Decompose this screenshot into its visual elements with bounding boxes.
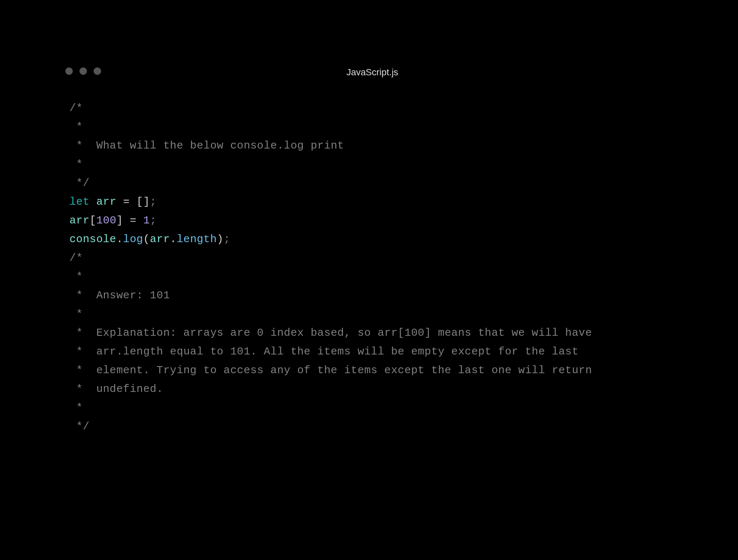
operator-equals: = (123, 196, 130, 208)
code-line: * (69, 305, 688, 324)
code-line: let arr = []; (69, 193, 688, 211)
keyword-let: let (69, 196, 89, 208)
dot: . (170, 233, 177, 245)
bracket-close: ] (143, 196, 150, 208)
bracket-open: [ (89, 214, 96, 227)
paren-open: ( (143, 233, 150, 245)
semicolon: ; (223, 233, 230, 245)
code-line: * What will the below console.log print (69, 136, 688, 155)
space (116, 196, 123, 208)
identifier-arr: arr (69, 214, 89, 227)
code-line: /* (69, 249, 688, 268)
semicolon: ; (150, 196, 156, 208)
identifier-arr: arr (96, 196, 116, 208)
code-line: * (69, 399, 688, 417)
code-line: * (69, 118, 688, 136)
property-length: length (177, 233, 217, 245)
code-line: */ (69, 174, 688, 193)
code-line: console.log(arr.length); (69, 230, 688, 249)
code-line: * (69, 268, 688, 286)
number-literal: 1 (143, 214, 150, 227)
dot: . (116, 233, 123, 245)
space (130, 196, 136, 208)
identifier-console: console (69, 233, 116, 245)
identifier-arr: arr (150, 233, 170, 245)
code-line: * undefined. (69, 380, 688, 399)
bracket-open: [ (136, 196, 143, 208)
code-line: /* (69, 99, 688, 118)
space (123, 214, 130, 227)
paren-close: ) (217, 233, 223, 245)
code-line: * Explanation: arrays are 0 index based,… (69, 324, 688, 342)
code-line: * Answer: 101 (69, 286, 688, 305)
bracket-close: ] (116, 214, 123, 227)
method-log: log (123, 233, 143, 245)
editor-window: JavaScript.js /* * * What will the below… (56, 58, 688, 436)
semicolon: ; (150, 214, 156, 227)
space (89, 196, 96, 208)
title-bar: JavaScript.js (56, 58, 688, 75)
number-literal: 100 (96, 214, 116, 227)
code-line: * element. Trying to access any of the i… (69, 361, 688, 380)
code-line: arr[100] = 1; (69, 211, 688, 230)
space (136, 214, 143, 227)
code-line: * (69, 155, 688, 174)
code-line: */ (69, 417, 688, 436)
code-line: * arr.length equal to 101. All the items… (69, 342, 688, 361)
window-title: JavaScript.js (56, 67, 688, 78)
code-area[interactable]: /* * * What will the below console.log p… (56, 99, 688, 436)
operator-equals: = (130, 214, 136, 227)
